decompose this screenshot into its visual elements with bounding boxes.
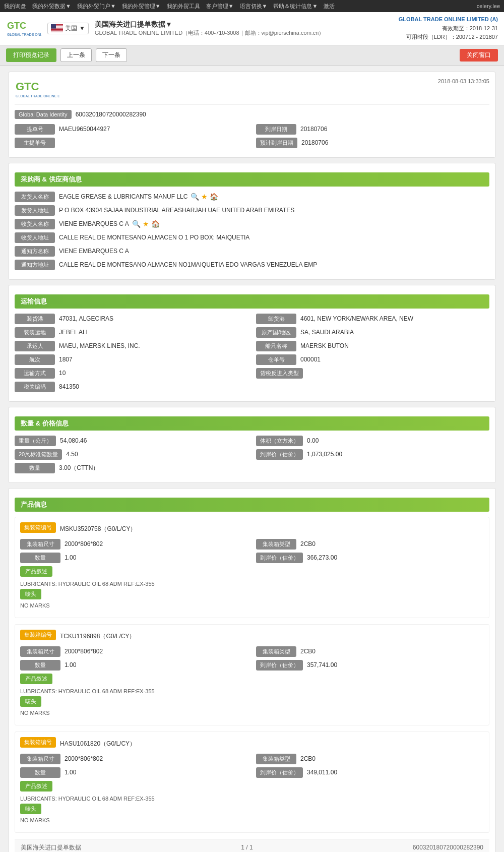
tariff-code-row: 税关编码 841350 [15,382,489,392]
svg-rect-10 [51,24,56,29]
close-button[interactable]: 关闭窗口 [460,49,498,62]
tariff-code-label: 税关编码 [15,382,55,392]
nav-item-tools[interactable]: 我的外贸工具 [167,3,200,10]
header-right: GLOBAL TRADE ONLINE LIMITED (A) 有效期至：201… [399,15,498,42]
nav-item-activate[interactable]: 激活 [324,3,335,10]
shipper-addr-value: P O BOX 43904 SAJAA INDUSTRIAL AREASHARJ… [59,207,489,214]
shipper-home-icon[interactable]: 🏠 [210,193,218,201]
nav-item-portal[interactable]: 我的外贸门户▼ [77,3,116,10]
container-3-qty-field: 数量 1.00 [20,767,248,778]
nav-item-manage[interactable]: 我的外贸管理▼ [122,3,161,10]
transport-method-value: 10 [59,370,248,377]
container-20ft-value: 4.50 [66,451,248,458]
gdi-value: 600320180720000282390 [76,111,146,118]
master-bill-field: 主提单号 [15,138,248,148]
container-2-desc-text: LUBRICANTS: HYDRAULIC OIL 68 ADM REF:EX-… [20,688,484,694]
nav-item-data[interactable]: 我的外贸数据▼ [32,3,71,10]
valid-until: 有效期至：2018-12-31 [399,24,498,33]
pagination-record-id: 600320180720000282390 [413,844,483,851]
container-3-type-label: 集装箱类型 [256,754,296,764]
us-flag-icon [51,24,63,32]
container-3-no-row: 集装箱编号 HASU1061820（G0/L/CY） [20,737,484,751]
container-2-qty-value: 1.00 [65,661,248,668]
container-2: 集装箱编号 TCKU1196898（G0/L/CY） 集装箱尺寸 2000*80… [15,624,489,725]
card-gtc-logo: GTC GLOBAL TRADE ONLINE LIMITED [15,78,60,100]
nav-item-inquiry[interactable]: 我的询盘 [4,3,26,10]
container-price-row: 20尺标准箱数量 4.50 到岸价（估价） 1,073,025.00 [15,449,489,460]
svg-rect-9 [51,31,63,32]
loading-origin-row: 装装运地 JEBEL ALI 原产国/地区 SA, SAUDI ARABIA [15,327,489,338]
consignee-name-row: 收货人名称 VIENE EMBARQUES C A 🔍 ★ 🏠 [15,219,489,229]
container-2-desc-button[interactable]: 产品叙述 [20,674,52,684]
origin-country-field: 原产国/地区 SA, SAUDI ARABIA [256,327,489,338]
time-range: 可用时段（LDR）：200712 - 201807 [399,33,498,42]
pagination-page: 1 / 1 [241,844,253,851]
container-3-type-field: 集装箱类型 2CB0 [256,754,484,764]
weight-volume-row: 重量（公斤） 54,080.46 体积（立方米） 0.00 [15,436,489,446]
carrier-vessel-row: 承运人 MAEU, MAERSK LINES, INC. 船只名称 MAERSK… [15,341,489,351]
container-1-qty-price-row: 数量 1.00 到岸价（估价） 366,273.00 [20,553,484,563]
weight-field: 重量（公斤） 54,080.46 [15,436,248,446]
company-name: GLOBAL TRADE ONLINE LIMITED (A) [399,15,498,24]
container-2-qty-price-row: 数量 1.00 到岸价（估价） 357,741.00 [20,660,484,671]
prev-button[interactable]: 上一条 [60,48,92,62]
container-3-desc-text: LUBRICANTS: HYDRAULIC OIL 68 ADM REF:EX-… [20,796,484,802]
container-2-size-type-row: 集装箱尺寸 2000*806*802 集装箱类型 2CB0 [20,646,484,657]
container-2-price-label: 到岸价（估价） [256,660,303,671]
container-3-mark-button[interactable]: 唛头 [20,804,41,814]
nav-item-customer[interactable]: 客户管理▼ [206,3,234,10]
container-3-qty-value: 1.00 [65,769,248,776]
container-3: 集装箱编号 HASU1061820（G0/L/CY） 集装箱尺寸 2000*80… [15,732,489,833]
container-1-size-type-row: 集装箱尺寸 2000*806*802 集装箱类型 2CB0 [20,539,484,550]
unloading-port-field: 卸货港 4601, NEW YORK/NEWARK AREA, NEW [256,314,489,324]
nav-item-help[interactable]: 帮助＆统计信息▼ [273,3,318,10]
consignee-addr-row: 收货人地址 CALLE REAL DE MONTESANO ALMACEN O … [15,232,489,243]
consignee-star-icon[interactable]: ★ [143,220,149,228]
toolbar-left-buttons: 打印预览记录 上一条 下一条 [6,48,127,62]
print-button[interactable]: 打印预览记录 [6,48,56,62]
shipment-row: 提单号 MAEU9650044927 到岸日期 20180706 [15,124,489,135]
container-2-size-label: 集装箱尺寸 [20,646,60,657]
container-2-mark-button[interactable]: 唛头 [20,696,41,707]
username: celery.lee [477,3,500,9]
svg-text:GLOBAL TRADE ONLINE LIMITED: GLOBAL TRADE ONLINE LIMITED [16,94,60,98]
page-subtitle: GLOBAL TRADE ONLINE LIMITED（电话：400-710-3… [95,29,325,37]
tariff-code-value: 841350 [59,383,489,390]
consignee-icons: 🔍 ★ 🏠 [132,220,160,228]
container-1-qty-label: 数量 [20,553,60,563]
buyer-supplier-section: 采购商 & 供应商信息 发货人名称 EAGLE GREASE & LUBRICA… [8,163,496,280]
card-header: GTC GLOBAL TRADE ONLINE LIMITED 2018-08-… [15,78,489,105]
container-1-size-value: 2000*806*802 [65,540,248,547]
consignee-search-icon[interactable]: 🔍 [132,220,141,228]
container-3-type-value: 2CB0 [300,755,484,762]
header-title-block: 美国海关进口提单数据▼ GLOBAL TRADE ONLINE LIMITED（… [95,20,325,37]
tariff-type-field: 货税反进入类型 [256,368,489,379]
container-1-mark-button[interactable]: 唛头 [20,589,41,599]
consignee-home-icon[interactable]: 🏠 [151,220,160,228]
container-1-price-field: 到岸价（估价） 366,273.00 [256,553,484,563]
origin-country-value: SA, SAUDI ARABIA [300,329,489,336]
weight-label: 重量（公斤） [15,436,56,446]
transport-title: 运输信息 [15,294,489,309]
country-selector[interactable]: 美国 ▼ [47,23,89,34]
pagination-footer: 美国海关进口提单数据 1 / 1 600320180720000282390 [15,839,489,852]
container-1-no-value: MSKU3520758（G0/L/CY） [60,525,484,533]
notify-name-value: VIENE EMBARQUES C A [59,248,489,255]
container-3-desc-button[interactable]: 产品叙述 [20,781,52,792]
shipper-icons: 🔍 ★ 🏠 [191,193,218,201]
container-1-type-label: 集装箱类型 [256,539,296,550]
nav-item-language[interactable]: 语言切换▼ [240,3,268,10]
toolbar-right-buttons: 关闭窗口 [460,49,498,62]
tariff-type-label: 货税反进入类型 [256,368,303,379]
transport-section: 运输信息 装货港 47031, ALGECIRAS 卸货港 4601, NEW … [8,285,496,402]
next-button[interactable]: 下一条 [96,48,127,62]
shipper-star-icon[interactable]: ★ [201,193,208,201]
shipper-search-icon[interactable]: 🔍 [191,193,199,201]
container-1-desc-button[interactable]: 产品叙述 [20,566,52,577]
container-1: 集装箱编号 MSKU3520758（G0/L/CY） 集装箱尺寸 2000*80… [15,517,489,618]
consignee-name-value: VIENE EMBARQUES C A 🔍 ★ 🏠 [59,220,489,228]
loading-location-field: 装装运地 JEBEL ALI [15,327,248,338]
container-2-qty-field: 数量 1.00 [20,660,248,671]
container-2-size-value: 2000*806*802 [65,648,248,655]
container-2-type-label: 集装箱类型 [256,646,296,657]
